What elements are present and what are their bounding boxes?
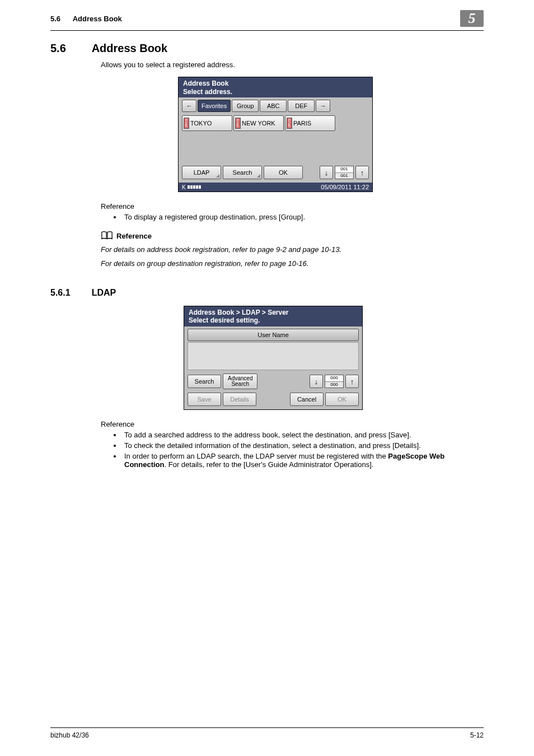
email-tag-icon: Email [235, 118, 241, 129]
cancel-button-label: Cancel [297, 396, 316, 403]
counter-total: 001 [335, 173, 353, 179]
tabs-prev-arrow[interactable]: ← [182, 100, 196, 112]
save-button-label: Save [197, 396, 211, 403]
signal-label: K [182, 184, 186, 190]
reference-bullet: To add a searched address to the address… [122, 431, 484, 439]
arrow-down-icon: ↓ [315, 377, 318, 386]
tab-abc[interactable]: ABC [260, 100, 287, 112]
address-label: NEW YORK [242, 120, 275, 127]
address-label: TOKYO [190, 120, 212, 127]
ldap-scroll-up-button[interactable]: ↑ [345, 375, 359, 388]
email-tag-icon: Email [287, 118, 292, 129]
header-section-title: Address Book [73, 15, 122, 23]
ldap-ok-button[interactable]: OK [325, 393, 359, 406]
advanced-search-button[interactable]: Advanced Search [223, 374, 257, 389]
arrow-right-icon: → [320, 102, 326, 109]
tab-abc-label: ABC [267, 102, 280, 109]
address-card-paris[interactable]: Email PARIS [285, 115, 335, 131]
reference-label: Reference [116, 232, 152, 240]
ref-text: . For details, refer to the [User's Guid… [165, 460, 374, 469]
ldap-button[interactable]: LDAP [182, 166, 221, 179]
counter-current: 001 [335, 166, 353, 173]
signal-indicator: K [182, 184, 201, 190]
header-rule [50, 30, 484, 31]
tabs-next-arrow[interactable]: → [316, 100, 330, 112]
tab-favorites[interactable]: Favorites [198, 100, 231, 112]
arrow-up-icon: ↑ [360, 169, 364, 177]
reference-bullet: To display a registered group destinatio… [122, 213, 484, 221]
ldap-scroll-down-button[interactable]: ↓ [310, 375, 323, 388]
reference-heading: Reference [101, 202, 484, 211]
panel-title-line1: Address Book [183, 80, 368, 88]
reference-heading-2: Reference [101, 420, 484, 428]
address-label: PARIS [293, 120, 311, 127]
reference-bullet: In order to perform an LDAP search, the … [122, 452, 484, 469]
ldap-button-label: LDAP [194, 169, 210, 176]
section-number: 5.6 [50, 42, 90, 55]
footer-page-number: 5-12 [470, 731, 484, 739]
ldap-column-header: User Name [188, 329, 359, 341]
header-section-num: 5.6 [50, 15, 60, 23]
ldap-page-counter: 000 000 [325, 375, 344, 388]
subsection-title: LDAP [92, 288, 116, 298]
ldap-panel: Address Book > LDAP > Server Select desi… [184, 306, 363, 410]
save-button[interactable]: Save [188, 393, 221, 406]
panel-titlebar: Address Book Select address. [179, 77, 372, 97]
ldap-breadcrumb: Address Book > LDAP > Server [189, 309, 358, 316]
details-button-label: Details [230, 396, 249, 403]
address-card-newyork[interactable]: Email NEW YORK [233, 115, 284, 131]
tab-group[interactable]: Group [232, 100, 259, 112]
address-book-panel: Address Book Select address. ← Favorites… [178, 77, 373, 192]
scroll-up-button[interactable]: ↑ [355, 166, 369, 179]
search-button[interactable]: Search [223, 166, 262, 179]
ldap-result-list [188, 342, 359, 370]
ldap-ok-button-label: OK [338, 396, 346, 403]
ok-button[interactable]: OK [264, 166, 303, 179]
email-tag-icon: Email [184, 118, 189, 129]
ok-button-label: OK [279, 169, 288, 176]
panel-title-line2: Select address. [183, 88, 368, 96]
reference-italic-2: For details on group destination registr… [101, 259, 484, 268]
arrow-left-icon: ← [186, 102, 193, 109]
tab-favorites-label: Favorites [202, 102, 227, 109]
panel-datetime: 05/09/2011 11:22 [321, 184, 369, 190]
book-icon [101, 230, 113, 242]
ldap-search-button[interactable]: Search [188, 375, 221, 388]
address-card-tokyo[interactable]: Email TOKYO [182, 115, 232, 131]
reference-italic-1: For details on address book registration… [101, 245, 484, 254]
chapter-badge: 5 [460, 10, 484, 27]
ldap-titlebar: Address Book > LDAP > Server Select desi… [184, 306, 362, 326]
ldap-counter-current: 000 [325, 375, 343, 382]
details-button[interactable]: Details [223, 393, 256, 406]
tab-group-label: Group [237, 102, 254, 109]
footer-product: bizhub 42/36 [50, 731, 89, 739]
search-button-label: Search [233, 169, 252, 176]
section-title: Address Book [92, 42, 168, 55]
tab-def[interactable]: DEF [288, 100, 315, 112]
subsection-number: 5.6.1 [50, 288, 90, 298]
adv-search-label-bot: Search [231, 381, 249, 387]
cancel-button[interactable]: Cancel [290, 393, 324, 406]
reference-bullet: To check the detailed information of the… [122, 441, 484, 450]
scroll-down-button[interactable]: ↓ [320, 166, 333, 179]
arrow-up-icon: ↑ [350, 377, 354, 386]
ldap-instruction: Select desired setting. [189, 316, 358, 324]
arrow-down-icon: ↓ [325, 169, 329, 177]
page-counter: 001 001 [335, 166, 354, 179]
ldap-counter-total: 000 [325, 382, 343, 388]
intro-text: Allows you to select a registered addres… [101, 60, 484, 69]
ref-text: In order to perform an LDAP search, the … [124, 452, 388, 460]
running-header: 5.6 Address Book [50, 15, 122, 23]
tab-def-label: DEF [295, 102, 307, 109]
ldap-search-label: Search [195, 378, 214, 385]
